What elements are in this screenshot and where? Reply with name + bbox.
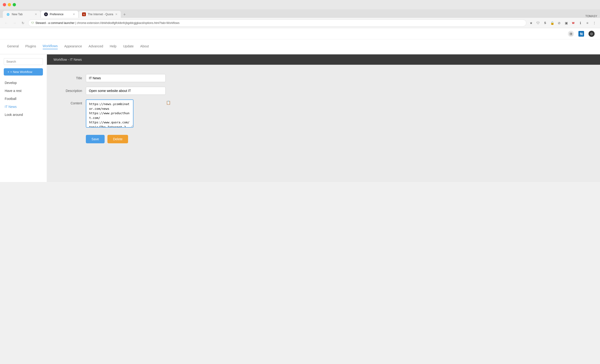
tab-new-tab-close[interactable]: ✕ — [35, 13, 37, 16]
preference-favicon: S — [44, 12, 48, 16]
description-label: Description — [61, 89, 82, 93]
new-tab-favicon: 🌐 — [6, 12, 10, 16]
tabs-bar: 🌐 New Tab ✕ S Preference ✕ Q The Interne… — [0, 9, 600, 18]
sidebar: 🔍 + + New Workflow Develop Have a rest F… — [0, 54, 47, 182]
title-row: Title — [61, 74, 586, 82]
copy-icon[interactable]: 📋 — [166, 100, 171, 105]
tab-quora-label: The Internet - Quora — [88, 13, 113, 16]
content-row: Content https://news.ycombinator.com/new… — [61, 99, 586, 128]
menu-icon[interactable]: ⋮ — [591, 20, 597, 26]
address-field[interactable]: 🛡 Steward - a command launcher | chrome-… — [28, 19, 526, 27]
tab-about[interactable]: About — [140, 44, 149, 49]
new-workflow-label: + New Workflow — [10, 70, 32, 74]
ext-circle-icon[interactable]: ⊘ — [556, 20, 562, 26]
tab-help[interactable]: Help — [110, 44, 117, 49]
weibo-icon[interactable]: 微 — [567, 30, 575, 37]
ext-w-icon[interactable]: W — [571, 20, 576, 26]
tab-preference[interactable]: S Preference ✕ — [41, 11, 78, 18]
content-textarea[interactable]: https://news.ycombinator.com/news https:… — [86, 99, 133, 128]
ext-rect-icon[interactable]: ▣ — [563, 20, 569, 26]
title-label: Title — [61, 76, 82, 80]
tab-workflows[interactable]: Workflows — [43, 44, 58, 49]
textarea-wrapper: https://news.ycombinator.com/news https:… — [86, 99, 166, 128]
browser-chrome: 🌐 New Tab ✕ S Preference ✕ Q The Interne… — [0, 0, 600, 28]
bookmark-icon[interactable]: ★ — [528, 20, 534, 26]
zhihu-icon[interactable]: 知 — [578, 30, 585, 37]
sidebar-item-look-around[interactable]: Look around — [4, 111, 43, 119]
minimize-button[interactable] — [8, 3, 11, 6]
toolbar-icons: ★ 🛡 S 🔒 ⊘ ▣ W ℹ ≡ ⋮ — [528, 20, 597, 26]
new-tab-button[interactable]: + — [121, 11, 128, 18]
address-text: Steward - a command launcher | chrome-ex… — [35, 21, 179, 25]
search-box[interactable]: 🔍 — [4, 58, 43, 65]
search-input[interactable] — [6, 60, 46, 63]
workflow-body: Title Description Content https://news.y… — [47, 65, 600, 182]
page-tabs: General Plugins Workflows Appearance Adv… — [0, 39, 600, 54]
forward-button[interactable]: → — [11, 20, 18, 26]
action-buttons: Save Delete — [61, 135, 586, 143]
description-row: Description — [61, 87, 586, 95]
workflow-header: Workflow - IT News — [47, 54, 600, 65]
new-workflow-button[interactable]: + + New Workflow — [4, 68, 43, 75]
address-prefix: Steward - a command launcher — [35, 21, 75, 25]
tab-new-tab[interactable]: 🌐 New Tab ✕ — [3, 11, 40, 18]
svg-text:知: 知 — [580, 32, 583, 36]
refresh-button[interactable]: ↻ — [20, 20, 26, 26]
back-button[interactable]: ← — [3, 20, 9, 26]
ext-shield-icon[interactable]: 🛡 — [535, 20, 541, 26]
tab-update[interactable]: Update — [123, 44, 134, 49]
sidebar-item-develop[interactable]: Develop — [4, 79, 43, 87]
github-icon[interactable]: ⊙ — [588, 30, 595, 37]
ext-extra-icon[interactable]: ≡ — [584, 20, 590, 26]
traffic-lights — [3, 3, 16, 6]
tab-quora-close[interactable]: ✕ — [115, 13, 118, 16]
close-button[interactable] — [3, 3, 6, 6]
tab-quora[interactable]: Q The Internet - Quora ✕ — [79, 11, 121, 18]
svg-text:微: 微 — [570, 32, 572, 36]
address-url: chrome-extension://dnkhdiodfglfckibnfcjb… — [77, 21, 180, 25]
tab-advanced[interactable]: Advanced — [89, 44, 103, 49]
ext-s-icon[interactable]: S — [542, 20, 548, 26]
workflow-header-text: Workflow - IT News — [54, 58, 82, 61]
tab-preference-label: Preference — [50, 13, 64, 16]
description-input[interactable] — [86, 87, 166, 95]
sidebar-item-football[interactable]: Football — [4, 95, 43, 103]
ext-info-icon[interactable]: ℹ — [578, 20, 583, 26]
sidebar-item-it-news[interactable]: IT News — [4, 103, 43, 111]
main-layout: 🔍 + + New Workflow Develop Have a rest F… — [0, 54, 600, 182]
secure-icon: 🛡 — [31, 21, 34, 25]
maximize-button[interactable] — [13, 3, 16, 6]
save-button[interactable]: Save — [86, 135, 105, 143]
quora-favicon: Q — [82, 12, 86, 16]
tab-general[interactable]: General — [7, 44, 19, 49]
svg-text:⊙: ⊙ — [590, 32, 593, 36]
title-bar — [0, 0, 600, 9]
address-bar-row: ← → ↻ 🛡 Steward - a command launcher | c… — [0, 18, 600, 28]
tab-appearance[interactable]: Appearance — [64, 44, 82, 49]
social-bar: 微 知 ⊙ — [0, 28, 600, 39]
title-input[interactable] — [86, 74, 166, 82]
page-wrapper: General Plugins Workflows Appearance Adv… — [0, 39, 600, 54]
tab-preference-close[interactable]: ✕ — [73, 13, 75, 16]
content-label: Content — [61, 101, 82, 105]
tab-plugins[interactable]: Plugins — [25, 44, 36, 49]
user-label: TOMASY — [585, 15, 597, 18]
new-workflow-plus-icon: + — [8, 70, 9, 74]
delete-button[interactable]: Delete — [107, 135, 128, 143]
sidebar-item-have-a-rest[interactable]: Have a rest — [4, 87, 43, 95]
main-content: Workflow - IT News Title Description Con… — [47, 54, 600, 182]
tab-new-tab-label: New Tab — [12, 13, 22, 16]
ext-lock-icon[interactable]: 🔒 — [549, 20, 555, 26]
